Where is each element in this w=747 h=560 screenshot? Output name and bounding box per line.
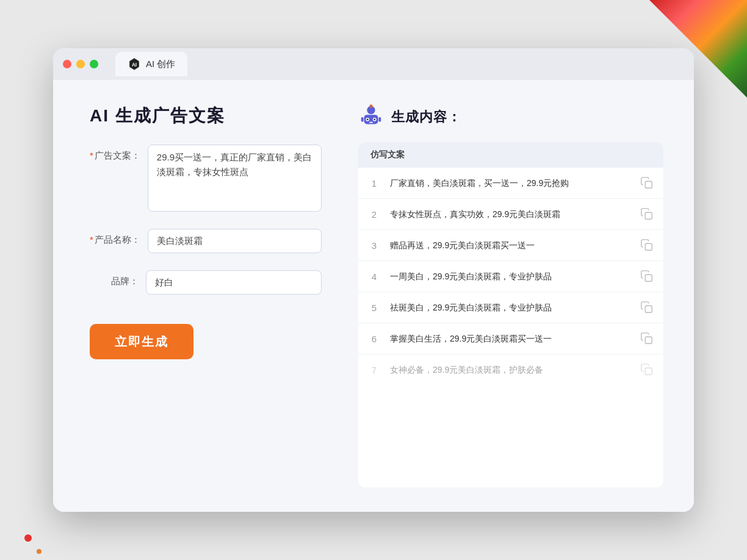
result-number: 5 (368, 303, 380, 313)
brand-input[interactable]: 好白 (146, 270, 322, 295)
results-header: 仿写文案 (358, 142, 663, 168)
table-row: 5 祛斑美白，29.9元美白淡斑霜，专业护肤品 (358, 292, 663, 323)
decorative-dots (0, 511, 49, 560)
copy-icon[interactable] (640, 301, 654, 314)
product-name-input[interactable]: 美白淡斑霜 (148, 229, 322, 253)
brand-form-group: 品牌： 好白 (90, 270, 322, 295)
right-panel-title: 生成内容： (391, 108, 461, 126)
title-bar: AI AI 创作 (53, 48, 694, 80)
svg-text:AI: AI (132, 62, 137, 68)
copy-icon[interactable] (640, 332, 654, 345)
table-row: 1 厂家直销，美白淡斑霜，买一送一，29.9元抢购 (358, 168, 663, 199)
page-title: AI 生成广告文案 (90, 104, 322, 127)
product-name-form-group: *产品名称： 美白淡斑霜 (90, 229, 322, 253)
table-row: 2 专抹女性斑点，真实功效，29.9元美白淡斑霜 (358, 199, 663, 230)
svg-rect-16 (645, 275, 652, 281)
results-list: 1 厂家直销，美白淡斑霜，买一送一，29.9元抢购 2 专抹女性斑点，真实功效，… (358, 168, 663, 385)
result-number: 2 (368, 209, 380, 220)
ai-tab-icon: AI (128, 57, 141, 71)
maximize-button[interactable] (90, 60, 98, 68)
copy-icon[interactable] (640, 207, 654, 221)
table-row: 3 赠品再送，29.9元美白淡斑霜买一送一 (358, 230, 663, 261)
table-row: 4 一周美白，29.9元美白淡斑霜，专业护肤品 (358, 261, 663, 292)
svg-rect-17 (645, 306, 652, 312)
ad-copy-form-group: *广告文案： 29.9买一送一，真正的厂家直销，美白淡斑霜，专抹女性斑点 (90, 145, 322, 212)
table-row: 7 女神必备，29.9元美白淡斑霜，护肤必备 (358, 354, 663, 385)
results-table: 仿写文案 1 厂家直销，美白淡斑霜，买一送一，29.9元抢购 2 专抹女性斑点，… (358, 142, 663, 487)
result-number: 4 (368, 271, 380, 282)
svg-rect-19 (645, 368, 652, 375)
result-text: 赠品再送，29.9元美白淡斑霜买一送一 (390, 239, 630, 252)
svg-point-10 (370, 105, 372, 107)
tab-label: AI 创作 (146, 59, 175, 70)
result-number: 1 (368, 178, 380, 188)
right-panel: 生成内容： 仿写文案 1 厂家直销，美白淡斑霜，买一送一，29.9元抢购 2 专… (358, 104, 663, 487)
result-number: 6 (368, 334, 380, 344)
svg-rect-8 (369, 122, 373, 123)
tab-ai-creation[interactable]: AI AI 创作 (115, 52, 187, 76)
close-button[interactable] (63, 60, 71, 68)
ad-copy-input[interactable]: 29.9买一送一，真正的厂家直销，美白淡斑霜，专抹女性斑点 (148, 145, 322, 212)
result-text: 厂家直销，美白淡斑霜，买一送一，29.9元抢购 (390, 177, 630, 190)
svg-rect-12 (378, 117, 381, 122)
product-name-label: *产品名称： (90, 229, 140, 251)
required-star-product: * (90, 234, 93, 245)
copy-icon[interactable] (640, 270, 654, 283)
copy-icon[interactable] (640, 176, 654, 190)
svg-rect-18 (645, 337, 652, 343)
main-content: AI 生成广告文案 *广告文案： 29.9买一送一，真正的厂家直销，美白淡斑霜，… (53, 80, 694, 512)
svg-point-6 (367, 118, 369, 120)
required-star-ad: * (90, 150, 93, 160)
result-text: 祛斑美白，29.9元美白淡斑霜，专业护肤品 (390, 301, 630, 314)
robot-icon (358, 104, 384, 130)
left-panel: AI 生成广告文案 *广告文案： 29.9买一送一，真正的厂家直销，美白淡斑霜，… (90, 104, 322, 487)
svg-rect-15 (645, 243, 652, 250)
result-text: 掌握美白生活，29.9元美白淡斑霜买一送一 (390, 332, 630, 345)
svg-point-7 (374, 118, 375, 120)
ad-copy-label: *广告文案： (90, 145, 140, 167)
traffic-lights (63, 60, 98, 68)
result-text: 专抹女性斑点，真实功效，29.9元美白淡斑霜 (390, 208, 630, 221)
result-text: 女神必备，29.9元美白淡斑霜，护肤必备 (390, 364, 630, 376)
svg-rect-11 (361, 117, 364, 122)
result-number: 7 (368, 365, 380, 375)
brand-label: 品牌： (90, 270, 139, 292)
result-number: 3 (368, 240, 380, 251)
svg-rect-14 (645, 212, 652, 219)
result-text: 一周美白，29.9元美白淡斑霜，专业护肤品 (390, 270, 630, 283)
generate-button[interactable]: 立即生成 (90, 324, 193, 359)
copy-icon[interactable] (640, 239, 654, 252)
minimize-button[interactable] (76, 60, 85, 68)
copy-icon[interactable] (640, 363, 654, 376)
table-row: 6 掌握美白生活，29.9元美白淡斑霜买一送一 (358, 323, 663, 354)
svg-rect-13 (645, 181, 652, 188)
right-header: 生成内容： (358, 104, 663, 130)
browser-window: AI AI 创作 AI 生成广告文案 *广告文案： 29.9买一送一，真正的厂家… (53, 48, 694, 512)
